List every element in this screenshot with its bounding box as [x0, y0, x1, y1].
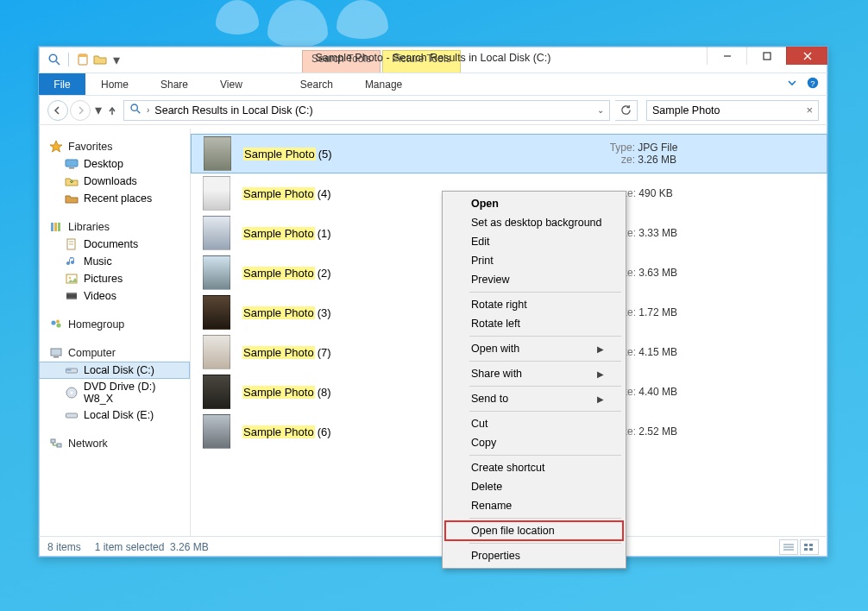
minimize-button[interactable] [707, 47, 746, 65]
libraries-icon [49, 220, 63, 234]
svg-rect-26 [66, 299, 77, 300]
qat-dropdown-icon[interactable]: ▾ [110, 52, 123, 67]
svg-text:?: ? [810, 78, 815, 87]
file-name: Sample Photo (4) [242, 187, 424, 200]
close-button[interactable] [786, 47, 827, 65]
svg-point-29 [56, 320, 60, 324]
up-button[interactable] [106, 103, 118, 118]
ctx-cut[interactable]: Cut [445, 414, 623, 433]
svg-rect-43 [804, 548, 808, 551]
tab-share[interactable]: Share [145, 73, 204, 95]
nav-dvd-drive[interactable]: DVD Drive (D:) W8_X [39, 379, 190, 406]
ctx-preview[interactable]: Preview [445, 270, 623, 289]
thumbnail [203, 216, 230, 250]
thumbnails-view-button[interactable] [800, 539, 819, 555]
svg-rect-14 [66, 160, 78, 167]
thumbnail [203, 335, 230, 369]
ribbon-expand-icon[interactable] [786, 77, 798, 92]
properties-icon[interactable] [76, 53, 90, 66]
address-bar[interactable]: › Search Results in Local Disk (C:) ⌄ [123, 100, 610, 121]
search-input[interactable] [652, 104, 806, 117]
nav-documents[interactable]: Documents [39, 236, 190, 253]
file-meta: ze: 4.40 MB [603, 386, 802, 398]
chevron-right-icon[interactable]: › [147, 105, 149, 115]
navigation-pane[interactable]: Favorites Desktop Downloads Recent place… [39, 129, 191, 536]
clear-search-icon[interactable]: × [806, 104, 813, 117]
svg-rect-31 [53, 356, 59, 358]
svg-line-12 [137, 110, 141, 114]
nav-libraries[interactable]: Libraries [39, 218, 190, 236]
file-name: Sample Photo (7) [242, 346, 424, 359]
ctx-rotate-left[interactable]: Rotate left [445, 314, 623, 333]
maximize-button[interactable] [746, 47, 786, 65]
contextual-tab-search-tools[interactable]: Search Tools [302, 50, 381, 72]
contextual-tab-picture-tools[interactable]: Picture Tools [382, 50, 460, 72]
nav-downloads[interactable]: Downloads [39, 173, 190, 190]
forward-button[interactable] [70, 100, 91, 121]
file-meta: Type: JPG Fileze: 3.26 MB [602, 142, 801, 166]
downloads-icon [65, 174, 79, 188]
back-button[interactable] [47, 100, 68, 121]
thumbnail [204, 136, 231, 171]
nav-recent-places[interactable]: Recent places [39, 190, 190, 207]
file-meta: ze: 1.72 MB [603, 306, 802, 318]
refresh-button[interactable] [615, 100, 638, 121]
ctx-rename[interactable]: Rename [445, 496, 623, 515]
ctx-copy[interactable]: Copy [445, 433, 623, 452]
thumbnail [203, 375, 230, 409]
thumbnail [203, 295, 230, 330]
nav-favorites-label: Favorites [68, 141, 112, 153]
ctx-delete[interactable]: Delete [445, 477, 623, 496]
file-tab[interactable]: File [39, 73, 85, 95]
address-dropdown-icon[interactable]: ⌄ [597, 105, 604, 115]
nav-favorites[interactable]: Favorites [39, 138, 190, 155]
ctx-edit[interactable]: Edit [445, 232, 623, 251]
result-row[interactable]: Sample Photo (5) Type: JPG Fileze: 3.26 … [191, 134, 827, 173]
file-name: Sample Photo (6) [242, 425, 424, 438]
nav-network[interactable]: Network [39, 435, 190, 452]
nav-desktop[interactable]: Desktop [39, 155, 190, 173]
ctx-send-to[interactable]: Send to▶ [445, 389, 623, 408]
history-dropdown-icon[interactable]: ▾ [92, 103, 104, 118]
new-folder-icon[interactable] [93, 53, 107, 66]
ctx-rotate-right[interactable]: Rotate right [445, 295, 623, 314]
navigation-bar: ▾ › Search Results in Local Disk (C:) ⌄ … [39, 96, 827, 125]
tab-home[interactable]: Home [85, 73, 145, 95]
nav-local-disk-c[interactable]: Local Disk (C:) [39, 362, 190, 379]
nav-local-disk-e[interactable]: Local Disk (E:) [39, 406, 190, 424]
svg-rect-45 [809, 548, 813, 551]
ctx-create-shortcut[interactable]: Create shortcut [445, 458, 623, 477]
ctx-properties[interactable]: Properties [445, 546, 623, 565]
svg-point-27 [51, 320, 55, 324]
nav-videos[interactable]: Videos [39, 287, 190, 305]
search-box[interactable]: × [646, 100, 819, 121]
svg-rect-38 [57, 444, 61, 447]
music-icon [65, 255, 79, 268]
pictures-icon [65, 272, 79, 286]
svg-rect-16 [51, 223, 53, 231]
ctx-share-with[interactable]: Share with▶ [445, 364, 623, 383]
tab-manage[interactable]: Manage [349, 73, 418, 95]
window-controls [707, 47, 827, 72]
ctx-open-file-location[interactable]: Open file location [445, 521, 623, 540]
file-meta: ze: 3.33 MB [603, 227, 802, 239]
search-icon [129, 103, 142, 117]
ctx-open[interactable]: Open [445, 194, 623, 213]
svg-rect-3 [79, 54, 87, 57]
ctx-print[interactable]: Print [445, 251, 623, 270]
file-name: Sample Photo (5) [243, 148, 425, 161]
nav-pictures[interactable]: Pictures [39, 270, 190, 287]
tab-view[interactable]: View [204, 73, 259, 95]
ctx-set-desktop-bg[interactable]: Set as desktop background [445, 213, 623, 232]
nav-computer[interactable]: Computer [39, 344, 190, 362]
tab-search[interactable]: Search [285, 73, 349, 95]
status-selection: 1 item selected [95, 541, 165, 553]
nav-music[interactable]: Music [39, 253, 190, 270]
details-view-button[interactable] [779, 539, 798, 555]
ctx-open-with[interactable]: Open with▶ [445, 339, 623, 358]
file-name: Sample Photo (3) [242, 306, 424, 319]
nav-homegroup[interactable]: Homegroup [39, 316, 190, 333]
chevron-right-icon: ▶ [597, 369, 604, 379]
help-icon[interactable]: ? [807, 77, 819, 92]
dvd-icon [65, 386, 79, 400]
